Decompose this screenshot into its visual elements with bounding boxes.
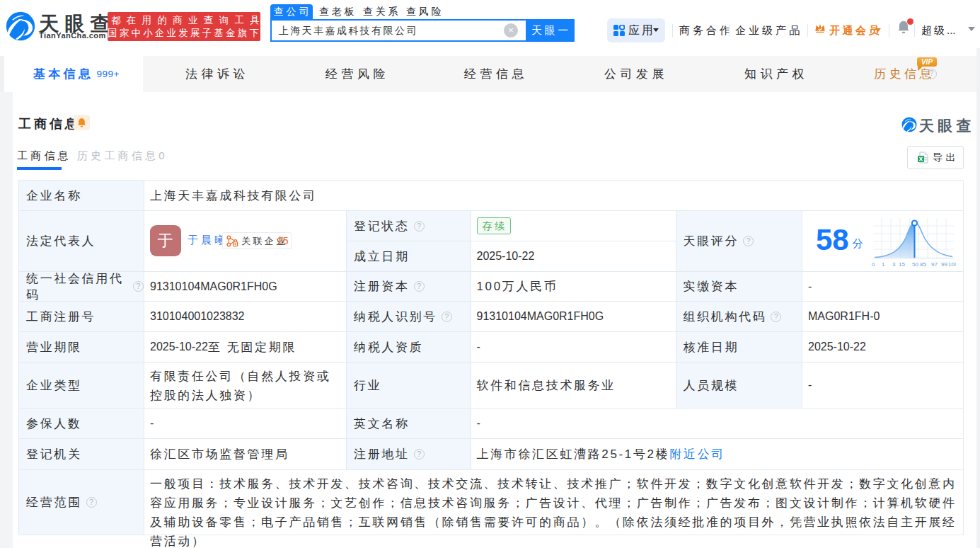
svg-text:15: 15: [899, 261, 905, 268]
svg-text:1: 1: [882, 261, 885, 268]
svg-text:99: 99: [941, 261, 947, 268]
svg-text:50: 50: [912, 261, 918, 268]
svg-text:85: 85: [920, 261, 926, 268]
svg-text:0: 0: [872, 261, 875, 268]
svg-text:97: 97: [931, 261, 938, 268]
svg-text:3: 3: [892, 261, 896, 268]
svg-text:100: 100: [948, 261, 956, 268]
